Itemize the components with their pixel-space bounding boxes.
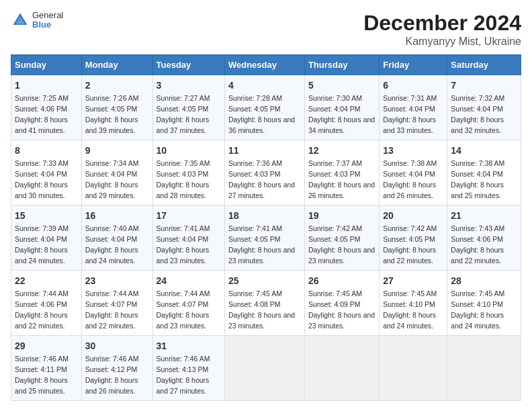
- day-number: 9: [85, 144, 149, 157]
- sunrise-info: Sunrise: 7:42 AM: [308, 224, 362, 232]
- sunrise-info: Sunrise: 7:34 AM: [85, 159, 139, 167]
- calendar-cell: 10Sunrise: 7:35 AMSunset: 4:03 PMDayligh…: [152, 140, 224, 205]
- sunset-info: Sunset: 4:04 PM: [15, 170, 67, 178]
- sunrise-info: Sunrise: 7:41 AM: [228, 224, 282, 232]
- calendar-cell: 29Sunrise: 7:46 AMSunset: 4:11 PMDayligh…: [11, 336, 82, 401]
- page-subtitle: Kamyanyy Mist, Ukraine: [363, 36, 521, 48]
- calendar-cell: [304, 336, 379, 401]
- sunset-info: Sunset: 4:06 PM: [15, 300, 67, 308]
- daylight-label: Daylight: 8 hours and 23 minutes.: [308, 311, 375, 330]
- sunrise-info: Sunrise: 7:40 AM: [85, 224, 139, 232]
- calendar-cell: 27Sunrise: 7:45 AMSunset: 4:10 PMDayligh…: [380, 271, 447, 336]
- calendar-week-row: 22Sunrise: 7:44 AMSunset: 4:06 PMDayligh…: [11, 271, 521, 336]
- sunrise-info: Sunrise: 7:38 AM: [383, 159, 437, 167]
- daylight-label: Daylight: 8 hours and 28 minutes.: [157, 181, 210, 199]
- daylight-label: Daylight: 8 hours and 26 minutes.: [85, 376, 138, 395]
- col-monday: Monday: [81, 55, 152, 75]
- sunset-info: Sunset: 4:07 PM: [85, 300, 138, 308]
- daylight-label: Daylight: 8 hours and 23 minutes.: [228, 246, 295, 265]
- day-number: 31: [157, 339, 221, 353]
- daylight-label: Daylight: 8 hours and 23 minutes.: [308, 246, 375, 265]
- sunset-info: Sunset: 4:11 PM: [15, 365, 67, 373]
- daylight-label: Daylight: 8 hours and 32 minutes.: [451, 116, 504, 134]
- daylight-label: Daylight: 8 hours and 36 minutes.: [228, 116, 295, 134]
- daylight-label: Daylight: 8 hours and 22 minutes.: [85, 311, 138, 330]
- day-number: 12: [308, 144, 375, 157]
- calendar-cell: 14Sunrise: 7:38 AMSunset: 4:04 PMDayligh…: [447, 140, 521, 205]
- sunset-info: Sunset: 4:03 PM: [157, 170, 209, 178]
- sunset-info: Sunset: 4:04 PM: [383, 170, 435, 178]
- sunset-info: Sunset: 4:04 PM: [383, 105, 435, 113]
- calendar-cell: 5Sunrise: 7:30 AMSunset: 4:04 PMDaylight…: [304, 75, 379, 140]
- daylight-label: Daylight: 8 hours and 29 minutes.: [85, 181, 138, 199]
- calendar-cell: 3Sunrise: 7:27 AMSunset: 4:05 PMDaylight…: [152, 75, 224, 140]
- calendar-cell: 1Sunrise: 7:25 AMSunset: 4:06 PMDaylight…: [11, 75, 82, 140]
- day-number: 24: [157, 274, 221, 287]
- day-number: 28: [451, 274, 517, 287]
- sunrise-info: Sunrise: 7:39 AM: [15, 224, 69, 232]
- daylight-label: Daylight: 8 hours and 26 minutes.: [308, 181, 375, 199]
- daylight-label: Daylight: 8 hours and 25 minutes.: [451, 181, 504, 199]
- logo-icon: [11, 11, 30, 30]
- sunrise-info: Sunrise: 7:28 AM: [228, 94, 282, 102]
- sunrise-info: Sunrise: 7:37 AM: [308, 159, 362, 167]
- calendar-cell: 31Sunrise: 7:46 AMSunset: 4:13 PMDayligh…: [152, 336, 224, 401]
- sunrise-info: Sunrise: 7:42 AM: [383, 224, 437, 232]
- sunset-info: Sunset: 4:04 PM: [85, 235, 138, 243]
- calendar-cell: 26Sunrise: 7:45 AMSunset: 4:09 PMDayligh…: [304, 271, 379, 336]
- day-number: 19: [308, 209, 375, 222]
- daylight-label: Daylight: 8 hours and 26 minutes.: [383, 181, 436, 199]
- sunrise-info: Sunrise: 7:41 AM: [157, 224, 210, 232]
- day-number: 20: [383, 209, 443, 222]
- day-number: 5: [308, 79, 375, 92]
- sunrise-info: Sunrise: 7:45 AM: [383, 289, 437, 298]
- sunset-info: Sunset: 4:04 PM: [451, 105, 503, 113]
- col-tuesday: Tuesday: [152, 55, 224, 75]
- sunset-info: Sunset: 4:05 PM: [228, 235, 281, 243]
- day-number: 14: [451, 144, 517, 157]
- calendar-cell: 22Sunrise: 7:44 AMSunset: 4:06 PMDayligh…: [11, 271, 82, 336]
- calendar-cell: 19Sunrise: 7:42 AMSunset: 4:05 PMDayligh…: [304, 205, 379, 271]
- day-number: 15: [15, 209, 78, 222]
- day-number: 6: [383, 79, 443, 92]
- daylight-label: Daylight: 8 hours and 39 minutes.: [85, 116, 138, 134]
- day-number: 22: [15, 274, 78, 287]
- sunrise-info: Sunrise: 7:43 AM: [451, 224, 504, 232]
- day-number: 16: [85, 209, 149, 222]
- day-number: 1: [15, 79, 78, 92]
- daylight-label: Daylight: 8 hours and 34 minutes.: [308, 116, 375, 134]
- calendar-cell: 17Sunrise: 7:41 AMSunset: 4:04 PMDayligh…: [152, 205, 224, 271]
- day-number: 18: [228, 209, 301, 222]
- col-friday: Friday: [380, 55, 447, 75]
- calendar-cell: 25Sunrise: 7:45 AMSunset: 4:08 PMDayligh…: [224, 271, 304, 336]
- sunset-info: Sunset: 4:05 PM: [308, 235, 361, 243]
- sunset-info: Sunset: 4:07 PM: [157, 300, 209, 308]
- calendar-cell: 9Sunrise: 7:34 AMSunset: 4:04 PMDaylight…: [81, 140, 152, 205]
- sunset-info: Sunset: 4:03 PM: [308, 170, 361, 178]
- day-number: 17: [157, 209, 221, 222]
- day-number: 29: [15, 339, 78, 353]
- calendar-week-row: 1Sunrise: 7:25 AMSunset: 4:06 PMDaylight…: [11, 75, 521, 140]
- col-wednesday: Wednesday: [224, 55, 304, 75]
- sunrise-info: Sunrise: 7:44 AM: [15, 289, 69, 298]
- sunset-info: Sunset: 4:06 PM: [15, 105, 67, 113]
- calendar-cell: 8Sunrise: 7:33 AMSunset: 4:04 PMDaylight…: [11, 140, 82, 205]
- sunset-info: Sunset: 4:04 PM: [85, 170, 138, 178]
- calendar-cell: 24Sunrise: 7:44 AMSunset: 4:07 PMDayligh…: [152, 271, 224, 336]
- calendar-cell: 28Sunrise: 7:45 AMSunset: 4:10 PMDayligh…: [447, 271, 521, 336]
- col-sunday: Sunday: [11, 55, 82, 75]
- sunset-info: Sunset: 4:09 PM: [308, 300, 361, 308]
- sunset-info: Sunset: 4:04 PM: [451, 170, 503, 178]
- calendar-cell: 30Sunrise: 7:46 AMSunset: 4:12 PMDayligh…: [81, 336, 152, 401]
- day-number: 3: [157, 79, 221, 92]
- calendar-week-row: 8Sunrise: 7:33 AMSunset: 4:04 PMDaylight…: [11, 140, 521, 205]
- sunrise-info: Sunrise: 7:38 AM: [451, 159, 504, 167]
- sunset-info: Sunset: 4:03 PM: [228, 170, 281, 178]
- daylight-label: Daylight: 8 hours and 27 minutes.: [157, 376, 210, 395]
- sunrise-info: Sunrise: 7:44 AM: [157, 289, 210, 298]
- calendar-cell: 15Sunrise: 7:39 AMSunset: 4:04 PMDayligh…: [11, 205, 82, 271]
- sunrise-info: Sunrise: 7:33 AM: [15, 159, 69, 167]
- sunset-info: Sunset: 4:10 PM: [383, 300, 435, 308]
- sunrise-info: Sunrise: 7:36 AM: [228, 159, 282, 167]
- daylight-label: Daylight: 8 hours and 37 minutes.: [157, 116, 210, 134]
